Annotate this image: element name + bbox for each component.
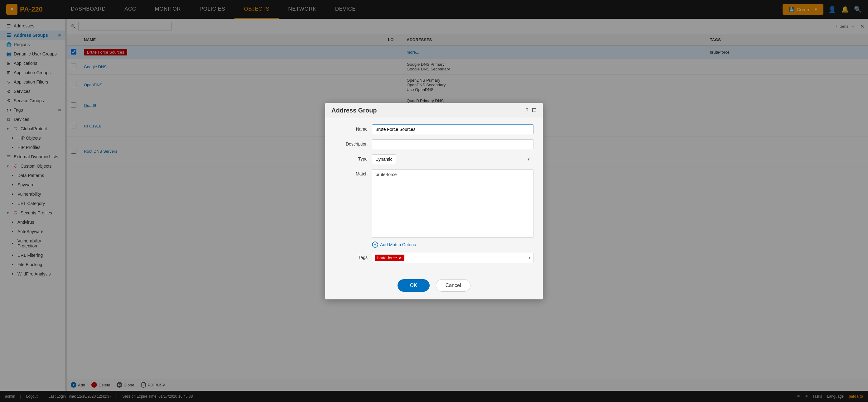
- modal-help-icon[interactable]: ?: [525, 107, 528, 114]
- name-label: Name: [335, 124, 372, 132]
- tag-remove-icon[interactable]: ✕: [399, 256, 402, 260]
- brute-force-tag: brute-force ✕: [375, 255, 404, 261]
- description-label: Description: [335, 139, 372, 146]
- add-match-criteria-button[interactable]: + Add Match Criteria: [372, 241, 533, 248]
- type-select-wrapper: Static Dynamic: [372, 154, 533, 164]
- match-container: 'brute-force' + Add Match Criteria: [372, 169, 533, 248]
- match-label: Match: [335, 169, 372, 176]
- modal-body: Name Description Type Static Dynamic: [325, 118, 543, 274]
- add-match-label: Add Match Criteria: [380, 242, 416, 247]
- match-box[interactable]: 'brute-force': [372, 169, 533, 238]
- type-row: Type Static Dynamic: [335, 154, 533, 164]
- type-label: Type: [335, 154, 372, 161]
- match-row: Match 'brute-force' + Add Match Criteria: [335, 169, 533, 248]
- tags-row: Tags brute-force ✕ ▾: [335, 253, 533, 263]
- description-input[interactable]: [372, 139, 533, 149]
- modal-minimize-icon[interactable]: ⧠: [532, 107, 536, 113]
- ok-button[interactable]: OK: [398, 279, 430, 292]
- tags-dropdown-arrow: ▾: [529, 256, 531, 260]
- name-input[interactable]: [372, 124, 533, 134]
- tag-label: brute-force: [377, 256, 397, 260]
- tags-input-wrapper[interactable]: brute-force ✕ ▾: [372, 253, 533, 263]
- match-value: 'brute-force': [375, 172, 398, 177]
- description-row: Description: [335, 139, 533, 149]
- cancel-button[interactable]: Cancel: [436, 279, 471, 292]
- add-match-icon: +: [372, 241, 378, 248]
- type-select[interactable]: Static Dynamic: [372, 154, 396, 164]
- modal-footer: OK Cancel: [325, 274, 543, 299]
- modal-header: Address Group ? ⧠: [325, 103, 543, 118]
- modal-overlay: Address Group ? ⧠ Name Description Type …: [0, 0, 868, 402]
- name-row: Name: [335, 124, 533, 134]
- tags-label: Tags: [335, 253, 372, 260]
- address-group-modal: Address Group ? ⧠ Name Description Type …: [325, 103, 543, 299]
- modal-title: Address Group: [332, 107, 522, 114]
